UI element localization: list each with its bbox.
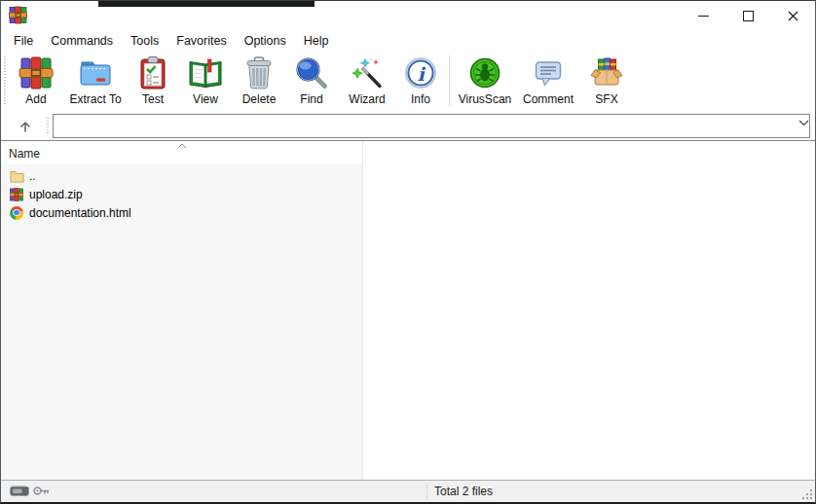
minimize-icon (698, 16, 709, 17)
list-item-parent-dir[interactable]: .. (1, 166, 362, 185)
sfx-box-icon (589, 55, 624, 90)
menu-file[interactable]: File (5, 32, 42, 50)
delete-label: Delete (242, 92, 277, 106)
info-button[interactable]: i Info (396, 51, 445, 106)
extract-folder-icon (78, 55, 113, 90)
wizard-button[interactable]: Wizard (338, 51, 396, 106)
menu-favorites[interactable]: Favorites (167, 32, 235, 50)
address-bar (1, 111, 815, 141)
status-bar: Total 2 files (1, 480, 815, 502)
file-name: .. (29, 169, 36, 183)
maximize-icon (743, 11, 754, 21)
key-icon[interactable] (32, 485, 51, 497)
column-header-row: Name (1, 141, 815, 164)
winrar-archive-icon (19, 55, 54, 90)
toolbar-separator (449, 55, 450, 106)
view-button[interactable]: View (178, 51, 233, 106)
column-divider[interactable] (362, 141, 363, 480)
find-label: Find (300, 92, 322, 106)
statusbar-separator (427, 483, 427, 500)
toolbar: Add Extract To (1, 51, 815, 111)
close-icon (788, 11, 798, 21)
add-label: Add (25, 92, 46, 106)
winrar-app-icon (9, 6, 27, 24)
comment-label: Comment (523, 92, 574, 106)
info-label: Info (411, 92, 430, 106)
find-button[interactable]: Find (285, 51, 338, 106)
virusscan-button[interactable]: VirusScan (454, 51, 516, 106)
comment-bubble-icon (531, 55, 566, 90)
up-arrow-icon (18, 119, 33, 134)
toolbar-gripper[interactable] (4, 56, 6, 105)
chrome-html-file-icon (9, 205, 24, 221)
drive-icon[interactable] (10, 485, 29, 497)
info-circle-icon: i (403, 55, 438, 90)
extract-to-button[interactable]: Extract To (63, 51, 128, 106)
virusscan-label: VirusScan (459, 92, 511, 106)
file-list: Name .. (1, 140, 815, 480)
window-controls (681, 1, 815, 31)
file-name: upload.zip (29, 188, 83, 201)
view-book-icon (188, 55, 223, 90)
sfx-label: SFX (595, 92, 617, 106)
up-directory-button[interactable] (9, 114, 42, 138)
sfx-button[interactable]: SFX (580, 51, 633, 106)
file-rows: .. upload.zip document (1, 166, 362, 222)
rar-archive-file-icon (9, 187, 24, 202)
statusbar-icons (10, 485, 51, 497)
path-combobox[interactable] (53, 114, 810, 138)
menu-help[interactable]: Help (295, 32, 338, 50)
resize-grip[interactable] (810, 497, 812, 499)
test-button[interactable]: Test (128, 51, 178, 106)
delete-trash-icon (241, 55, 277, 90)
wizard-wand-icon (350, 55, 385, 90)
list-item-documentation-html[interactable]: documentation.html (1, 203, 362, 222)
list-item-upload-zip[interactable]: upload.zip (1, 185, 362, 203)
test-clipboard-icon (135, 55, 170, 90)
extract-to-label: Extract To (69, 92, 121, 106)
close-button[interactable] (770, 1, 815, 31)
maximize-button[interactable] (725, 1, 770, 31)
find-magnifier-icon (294, 55, 329, 90)
minimize-button[interactable] (681, 1, 725, 31)
folder-up-icon (9, 168, 24, 184)
view-label: View (193, 92, 218, 106)
menu-options[interactable]: Options (236, 32, 295, 50)
chevron-down-icon[interactable] (798, 120, 809, 126)
menu-tools[interactable]: Tools (122, 32, 167, 50)
winrar-window: File Commands Tools Favorites Options He… (0, 0, 816, 504)
menu-bar: File Commands Tools Favorites Options He… (1, 31, 815, 51)
virusscan-bug-icon (467, 55, 502, 90)
file-name: documentation.html (29, 206, 131, 220)
add-button[interactable]: Add (9, 51, 63, 106)
column-header-name[interactable]: Name (9, 141, 40, 164)
wizard-label: Wizard (349, 92, 385, 106)
sort-ascending-icon (177, 143, 187, 149)
address-gripper[interactable] (47, 118, 49, 134)
title-bar[interactable] (1, 1, 815, 30)
redacted-window-title (98, 1, 315, 7)
test-label: Test (142, 92, 164, 106)
delete-button[interactable]: Delete (233, 51, 285, 106)
comment-button[interactable]: Comment (516, 51, 580, 106)
total-files-label: Total 2 files (434, 481, 493, 502)
menu-commands[interactable]: Commands (42, 32, 122, 50)
